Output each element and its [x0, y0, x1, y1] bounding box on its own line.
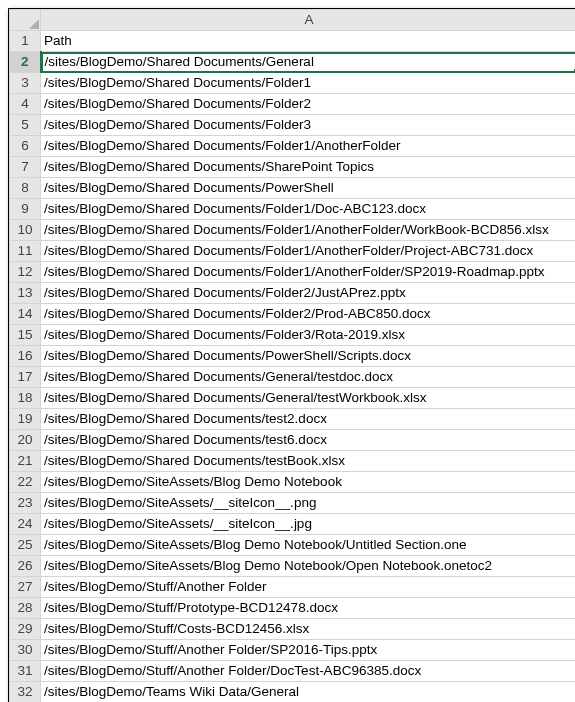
- select-all-corner[interactable]: [10, 10, 41, 31]
- row-header[interactable]: 11: [10, 241, 41, 262]
- data-cell[interactable]: /sites/BlogDemo/Shared Documents/Folder1…: [41, 262, 576, 283]
- row-header[interactable]: 16: [10, 346, 41, 367]
- data-cell[interactable]: /sites/BlogDemo/Stuff/Another Folder/Doc…: [41, 661, 576, 682]
- data-cell[interactable]: /sites/BlogDemo/Stuff/Another Folder: [41, 577, 576, 598]
- row-header[interactable]: 21: [10, 451, 41, 472]
- data-cell[interactable]: /sites/BlogDemo/Shared Documents/Folder3…: [41, 325, 576, 346]
- data-cell[interactable]: /sites/BlogDemo/Shared Documents/Folder1: [41, 73, 576, 94]
- data-cell[interactable]: /sites/BlogDemo/Shared Documents/PowerSh…: [41, 178, 576, 199]
- row-header[interactable]: 29: [10, 619, 41, 640]
- row-header[interactable]: 20: [10, 430, 41, 451]
- row-header[interactable]: 28: [10, 598, 41, 619]
- data-cell[interactable]: /sites/BlogDemo/Shared Documents/testBoo…: [41, 451, 576, 472]
- data-cell[interactable]: /sites/BlogDemo/SiteAssets/__siteIcon__.…: [41, 493, 576, 514]
- row-header[interactable]: 7: [10, 157, 41, 178]
- data-cell[interactable]: /sites/BlogDemo/Shared Documents/Folder2…: [41, 304, 576, 325]
- row-header[interactable]: 27: [10, 577, 41, 598]
- row-header[interactable]: 14: [10, 304, 41, 325]
- row-header[interactable]: 1: [10, 31, 41, 52]
- row-header[interactable]: 26: [10, 556, 41, 577]
- data-cell[interactable]: /sites/BlogDemo/Shared Documents/Folder1…: [41, 241, 576, 262]
- data-cell[interactable]: /sites/BlogDemo/Shared Documents/General…: [41, 367, 576, 388]
- data-cell[interactable]: /sites/BlogDemo/Shared Documents/General: [41, 52, 576, 73]
- grid-body: A1Path2/sites/BlogDemo/Shared Documents/…: [10, 10, 576, 703]
- data-cell[interactable]: /sites/BlogDemo/SiteAssets/__siteIcon__.…: [41, 514, 576, 535]
- data-cell[interactable]: /sites/BlogDemo/Shared Documents/test6.d…: [41, 430, 576, 451]
- data-cell[interactable]: /sites/BlogDemo/Shared Documents/Folder2…: [41, 283, 576, 304]
- data-cell[interactable]: /sites/BlogDemo/Stuff/Another Folder/SP2…: [41, 640, 576, 661]
- row-header[interactable]: 30: [10, 640, 41, 661]
- row-header[interactable]: 4: [10, 94, 41, 115]
- row-header[interactable]: 10: [10, 220, 41, 241]
- row-header[interactable]: 25: [10, 535, 41, 556]
- row-header[interactable]: 15: [10, 325, 41, 346]
- row-header[interactable]: 22: [10, 472, 41, 493]
- row-header[interactable]: 2: [10, 52, 41, 73]
- data-cell[interactable]: /sites/BlogDemo/SiteAssets/Blog Demo Not…: [41, 472, 576, 493]
- row-header[interactable]: 24: [10, 514, 41, 535]
- data-cell[interactable]: /sites/BlogDemo/Stuff/Prototype-BCD12478…: [41, 598, 576, 619]
- data-cell[interactable]: /sites/BlogDemo/Shared Documents/PowerSh…: [41, 346, 576, 367]
- row-header[interactable]: 19: [10, 409, 41, 430]
- grid-table[interactable]: A1Path2/sites/BlogDemo/Shared Documents/…: [9, 9, 575, 702]
- row-header[interactable]: 6: [10, 136, 41, 157]
- column-header-a[interactable]: A: [41, 10, 576, 31]
- row-header[interactable]: 8: [10, 178, 41, 199]
- header-cell-path[interactable]: Path: [41, 31, 576, 52]
- row-header[interactable]: 5: [10, 115, 41, 136]
- row-header[interactable]: 12: [10, 262, 41, 283]
- row-header[interactable]: 3: [10, 73, 41, 94]
- data-cell[interactable]: /sites/BlogDemo/Shared Documents/Folder3: [41, 115, 576, 136]
- row-header[interactable]: 31: [10, 661, 41, 682]
- data-cell[interactable]: /sites/BlogDemo/Shared Documents/Folder2: [41, 94, 576, 115]
- row-header[interactable]: 32: [10, 682, 41, 703]
- data-cell[interactable]: /sites/BlogDemo/Shared Documents/Folder1…: [41, 220, 576, 241]
- data-cell[interactable]: /sites/BlogDemo/Shared Documents/Folder1…: [41, 199, 576, 220]
- data-cell[interactable]: /sites/BlogDemo/Shared Documents/test2.d…: [41, 409, 576, 430]
- data-cell[interactable]: /sites/BlogDemo/Stuff/Costs-BCD12456.xls…: [41, 619, 576, 640]
- data-cell[interactable]: /sites/BlogDemo/Shared Documents/General…: [41, 388, 576, 409]
- row-header[interactable]: 23: [10, 493, 41, 514]
- data-cell[interactable]: /sites/BlogDemo/SiteAssets/Blog Demo Not…: [41, 556, 576, 577]
- spreadsheet: A1Path2/sites/BlogDemo/Shared Documents/…: [8, 8, 575, 702]
- data-cell[interactable]: /sites/BlogDemo/Shared Documents/Folder1…: [41, 136, 576, 157]
- data-cell[interactable]: /sites/BlogDemo/Shared Documents/SharePo…: [41, 157, 576, 178]
- data-cell[interactable]: /sites/BlogDemo/SiteAssets/Blog Demo Not…: [41, 535, 576, 556]
- data-cell[interactable]: /sites/BlogDemo/Teams Wiki Data/General: [41, 682, 576, 703]
- row-header[interactable]: 17: [10, 367, 41, 388]
- row-header[interactable]: 9: [10, 199, 41, 220]
- row-header[interactable]: 13: [10, 283, 41, 304]
- row-header[interactable]: 18: [10, 388, 41, 409]
